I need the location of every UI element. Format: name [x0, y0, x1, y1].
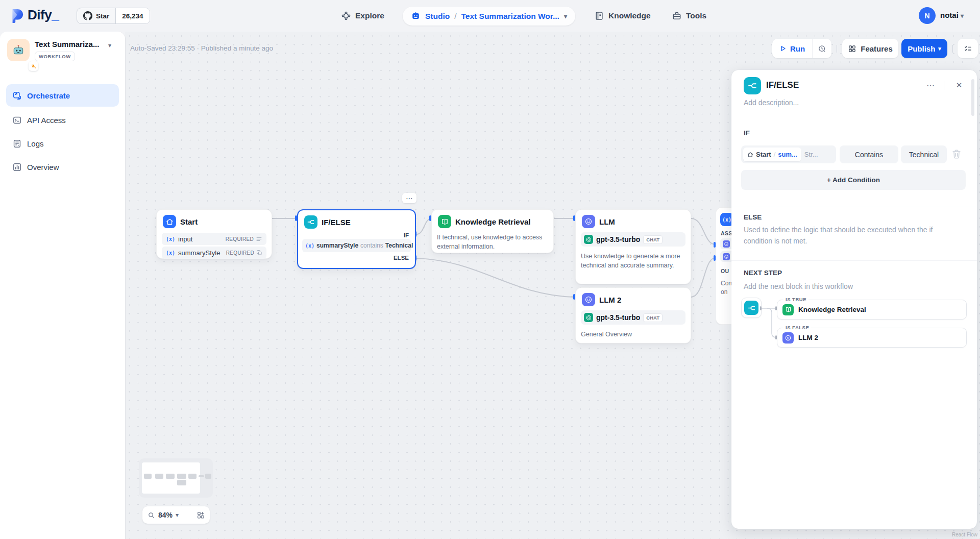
clipped-section-label: ASS: [721, 230, 732, 236]
panel-more-button[interactable]: ⋯: [923, 78, 938, 92]
breadcrumb-workflow-name[interactable]: Text Summarization Wor...: [461, 12, 559, 21]
condition-variable-selector[interactable]: Start / sum... Str...: [741, 145, 836, 163]
llm-icon: [723, 240, 730, 248]
checklist-icon: [964, 44, 972, 53]
clipped-description: Comon: [721, 279, 732, 297]
chevron-down-icon[interactable]: ▾: [564, 13, 567, 20]
ifelse-config-panel: IF/ELSE ⋯ ✕ Add description... IF Start …: [731, 70, 977, 529]
user-avatar[interactable]: N: [919, 7, 936, 24]
nav-studio-breadcrumb[interactable]: Studio / Text Summarization Wor... ▾: [403, 7, 575, 26]
node-description: Use knowledge to generate a more technic…: [576, 248, 691, 276]
toolbar-divider: [952, 45, 953, 53]
app-switcher-chevron-icon[interactable]: ▾: [108, 42, 111, 49]
llm-icon: [582, 215, 595, 228]
sidebar-item-orchestrate[interactable]: Orchestrate: [6, 84, 119, 107]
panel-scrollbar[interactable]: [971, 79, 974, 116]
workflow-badge: WORKFLOW: [35, 52, 75, 61]
play-icon: [779, 45, 787, 52]
node-title: LLM 2: [599, 296, 621, 304]
chevron-down-icon: ▾: [938, 45, 941, 52]
split-branch-icon: [744, 301, 758, 315]
chevron-down-icon[interactable]: ▾: [176, 511, 179, 519]
node-llm[interactable]: LLM gpt-3.5-turbo CHAT Use knowledge to …: [575, 209, 691, 284]
description-input[interactable]: Add description...: [744, 99, 799, 107]
run-history-button[interactable]: [813, 44, 831, 53]
dify-logo-icon[interactable]: [9, 8, 24, 23]
star-count: 26,234: [115, 8, 149, 23]
user-menu[interactable]: notai ▾: [940, 11, 964, 19]
sidebar-item-overview[interactable]: Overview: [6, 156, 119, 178]
divider: [944, 81, 944, 90]
divider: [731, 260, 977, 261]
node-start[interactable]: Start (x) input REQUIRED (x) summaryStyl…: [156, 209, 272, 259]
nav-studio-label[interactable]: Studio: [425, 12, 450, 21]
terminal-icon: [12, 115, 22, 125]
chevron-down-icon: ▾: [961, 12, 964, 19]
node-knowledge-retrieval[interactable]: Knowledge Retrieval If technical, use kn…: [431, 209, 554, 253]
zoom-control: 84% ▾: [142, 506, 210, 524]
panel-title: IF/ELSE: [766, 80, 799, 90]
features-button[interactable]: Features: [842, 39, 898, 58]
condition-operator-select[interactable]: Contains: [840, 145, 898, 163]
add-condition-button[interactable]: + Add Condition: [741, 170, 966, 190]
next-step-label: NEXT STEP: [744, 269, 782, 277]
condition-value-input[interactable]: Technical: [901, 145, 947, 163]
else-section-description: Used to define the logic that should be …: [744, 225, 960, 247]
home-icon: [163, 215, 176, 228]
dify-workflow-app: Dify_ Star 26,234 Explore Studio / Text …: [0, 0, 980, 539]
node-llm2[interactable]: LLM 2 gpt-3.5-turbo CHAT General Overvie…: [575, 287, 691, 344]
nav-knowledge[interactable]: Knowledge: [594, 0, 651, 32]
panel-close-button[interactable]: ✕: [952, 78, 966, 92]
ifelse-condition-row: (x) summaryStyle contains Technical: [302, 239, 411, 252]
organize-nodes-button[interactable]: [197, 511, 205, 519]
star-label: Star: [96, 12, 109, 20]
else-branch-label: ELSE: [298, 252, 415, 261]
search-zoom-icon[interactable]: [148, 511, 155, 519]
home-icon: [747, 152, 753, 158]
publish-button[interactable]: Publish ▾: [901, 39, 947, 58]
next-step-false-card[interactable]: IS FALSE LLM 2: [777, 328, 967, 348]
llm-icon: [723, 253, 730, 260]
checklist-button[interactable]: [958, 39, 978, 58]
breadcrumb-separator: /: [454, 12, 456, 21]
canvas-minimap[interactable]: [139, 458, 213, 498]
is-false-tag: IS FALSE: [783, 325, 811, 330]
chat-badge: CHAT: [643, 313, 663, 322]
sidebar-item-api-access[interactable]: API Access: [6, 109, 119, 131]
node-clipped-right[interactable]: (x) ASS OU Comon: [716, 207, 732, 325]
nav-tools[interactable]: Tools: [672, 0, 706, 32]
delete-condition-button[interactable]: [951, 149, 962, 160]
sidebar-item-logs[interactable]: Logs: [6, 132, 119, 155]
variable-type: Str...: [804, 151, 818, 158]
node-more-menu-button[interactable]: ⋯: [402, 193, 416, 203]
knowledge-icon: [594, 11, 604, 21]
top-header: Dify_ Star 26,234 Explore Studio / Text …: [0, 0, 980, 32]
else-section-label: ELSE: [744, 213, 762, 221]
clipped-variable-row: [720, 238, 732, 249]
brand-wordmark[interactable]: Dify_: [28, 7, 59, 23]
llm-model-row: gpt-3.5-turbo CHAT: [581, 232, 685, 247]
workflow-type-icon: [29, 61, 38, 71]
zoom-level[interactable]: 84%: [158, 511, 173, 519]
next-step-true-card[interactable]: IS TRUE Knowledge Retrieval: [777, 300, 967, 320]
run-button[interactable]: Run: [772, 39, 812, 58]
left-sidebar: Text Summariza... ▾ WORKFLOW Orchestrate…: [0, 32, 125, 539]
nav-explore[interactable]: Explore: [341, 0, 384, 32]
overview-icon: [12, 162, 22, 172]
chat-badge: CHAT: [643, 235, 663, 244]
llm-icon: [782, 332, 794, 344]
run-button-group: Run: [772, 39, 831, 58]
split-branch-icon: [304, 215, 317, 229]
app-name[interactable]: Text Summariza...: [35, 40, 111, 48]
node-ifelse[interactable]: IF/ELSE IF (x) summaryStyle contains Tec…: [297, 209, 416, 269]
robot-icon: [411, 11, 421, 21]
if-section-label: IF: [744, 129, 750, 137]
github-star-badge[interactable]: Star 26,234: [77, 8, 150, 24]
next-step-description: Add the next block in this workflow: [744, 281, 853, 292]
autosave-status: Auto-Saved 23:29:55 · Published a minute…: [130, 44, 273, 52]
variable-assigner-icon: (x): [720, 213, 732, 226]
node-description: General Overview: [576, 326, 691, 345]
app-icon[interactable]: [7, 39, 30, 61]
llm2-model-row: gpt-3.5-turbo CHAT: [581, 310, 685, 325]
toolbar-divider: [837, 45, 837, 53]
